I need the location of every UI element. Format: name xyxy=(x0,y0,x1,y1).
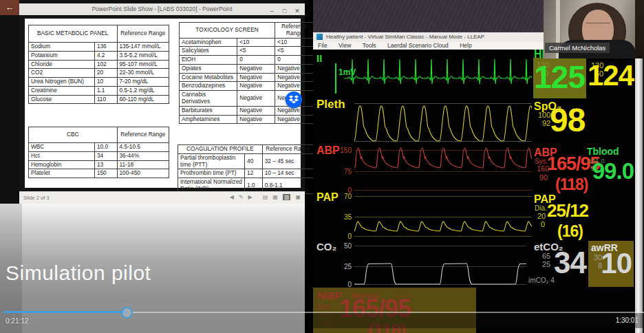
table-row: Chloride10295-107 mmol/L xyxy=(29,60,169,69)
back-button[interactable]: ← xyxy=(0,0,19,15)
table-cell: Negative xyxy=(275,82,314,91)
ecg-lead-label: II xyxy=(316,52,322,64)
table-cell: 10 – 14 sec xyxy=(262,169,314,178)
next-slide-icon[interactable]: ▶ xyxy=(248,194,253,200)
menu-file[interactable]: File xyxy=(313,42,332,50)
reading-view-icon[interactable]: ▥ xyxy=(283,194,291,200)
progress-bar-elapsed[interactable] xyxy=(3,311,127,313)
table-row: WBC10.04.5-10.5 xyxy=(29,143,169,152)
awrr-block[interactable]: awRR 30 8 10 xyxy=(588,241,634,287)
slideshow-view-icon[interactable]: ▣ xyxy=(295,194,301,200)
table-cell: 4.5-10.5 xyxy=(117,143,169,152)
table-cell: Partial thromboplastin time (PTT) xyxy=(178,153,245,169)
pap-scale-35: 35 xyxy=(334,213,352,221)
back-arrow-icon: ← xyxy=(6,2,14,12)
powerpoint-statusbar: Slide 2 of 3 ◀ ✎ ▶ ▤ ▦ ▥ ▣ xyxy=(19,191,305,204)
etco2-value: 34 xyxy=(554,246,586,279)
table-cell: Hemoglobin xyxy=(29,160,95,169)
table-cell: 150 xyxy=(94,169,117,178)
video-overlay: Simulation pilot 0:21:12 xyxy=(0,204,305,333)
abp-block[interactable]: ABP Sys. 160 90 165/95 (118) xyxy=(533,147,586,193)
pap-block[interactable]: PAP Dia. 20 0 25/12 (16) xyxy=(533,193,586,240)
table-cell: 135-147 mmol/L xyxy=(117,43,169,52)
grid-view-icon[interactable]: ▦ xyxy=(272,194,278,200)
table-cell: CO2 xyxy=(29,69,95,78)
powerpoint-window: PowerPoint Slide Show - [LABS 033020] - … xyxy=(19,3,305,204)
monitor-window-title: Healthy patient - Virtual SimMan Classic… xyxy=(326,34,484,40)
abp-mean: (118) xyxy=(555,175,588,193)
table-cell: 12 xyxy=(245,169,263,178)
table-row: Cocaine MetabolitesNegativeNegative xyxy=(180,73,314,82)
lleap-app-icon xyxy=(316,34,323,40)
pap-gridline-70 xyxy=(354,196,532,197)
abp-low-limit: 90 xyxy=(539,174,548,182)
pleth-label: Pleth xyxy=(316,98,345,111)
normal-view-icon[interactable]: ▤ xyxy=(263,194,268,200)
abp-scale-75: 75 xyxy=(334,168,352,175)
cbc-ref-header: Reference Range xyxy=(117,127,169,143)
spo2-block[interactable]: SpO₂ 100 92 98 xyxy=(533,100,586,143)
hr-value: 125 xyxy=(534,60,585,94)
table-row: Platelet150100-450 xyxy=(29,169,169,178)
menu-help[interactable]: Help xyxy=(455,42,476,50)
tblood-label: Tblood xyxy=(587,146,619,157)
coag-title: COAGULATION PROFILE xyxy=(178,145,263,154)
table-cell: Glucose xyxy=(29,95,95,104)
table-cell: 0 xyxy=(275,56,314,65)
table-cell: 95-107 mmol/L xyxy=(117,60,169,69)
webcam-video: Carmel McNicholas xyxy=(544,0,644,58)
tblood-block[interactable]: Tblood 101.0 96.0 99.0 xyxy=(587,146,634,193)
menu-laerdal-scenario-cloud[interactable]: Laerdal Scenario Cloud xyxy=(383,42,453,50)
progress-bar-remaining[interactable] xyxy=(133,312,644,313)
etco2-high-limit: 65 xyxy=(542,253,550,260)
etco2-low-limit: 25 xyxy=(542,261,550,268)
table-cell: Chloride xyxy=(29,60,95,69)
progress-playhead[interactable] xyxy=(121,307,133,319)
ecg-waveform xyxy=(344,55,532,87)
table-row: EtOH00 xyxy=(180,56,314,65)
nibp-sublabel: Sys. xyxy=(317,303,330,310)
spo2-value: 98 xyxy=(550,102,585,139)
table-row: Partial thromboplastin time (PTT)4032 – … xyxy=(178,153,314,169)
etco2-block[interactable]: etCO₂ 65 25 34 xyxy=(533,241,586,286)
table-row: Salicylates<5<5 xyxy=(180,47,314,56)
monitor-scrollbar[interactable] xyxy=(635,32,643,333)
table-header-row: COAGULATION PROFILE Reference Range xyxy=(178,145,314,154)
webcam-person-glasses xyxy=(586,23,610,28)
table-header-row: CBC Reference Range xyxy=(29,127,169,143)
coag-table: COAGULATION PROFILE Reference Range Part… xyxy=(178,144,314,194)
cbc-title: CBC xyxy=(29,127,118,143)
table-cell: 11-18 xyxy=(117,160,169,169)
table-cell: Creatinine xyxy=(29,86,95,95)
bmp-table: BASIC METABOLIC PANEL Reference Range So… xyxy=(28,25,169,104)
table-row: Sodium136135-147 mmol/L xyxy=(29,43,169,52)
slide-counter: Slide 2 of 3 xyxy=(23,195,50,201)
menu-tools[interactable]: Tools xyxy=(358,42,381,50)
powerpoint-window-title: PowerPoint Slide Show - [LABS 033020] - … xyxy=(19,3,305,15)
table-row: Potassium4.23.5-5.2 mmol/L xyxy=(29,51,169,60)
table-cell: Acetaminophen xyxy=(180,38,237,47)
menu-view[interactable]: View xyxy=(334,42,356,50)
table-cell: 13 xyxy=(94,160,117,169)
table-cell: 0.5-1.2 mg/dL xyxy=(117,86,169,95)
table-row: AmphetaminesNegativeNegative xyxy=(180,115,314,124)
table-cell: 136 xyxy=(94,43,117,52)
table-cell: Benzodiazepines xyxy=(180,82,237,91)
co2-gridline-50 xyxy=(354,246,526,246)
hr-block[interactable]: 130 50 125 xyxy=(533,58,586,98)
slide: BASIC METABOLIC PANEL Reference Range So… xyxy=(25,19,301,188)
table-cell: 32 – 45 sec xyxy=(262,153,314,169)
table-cell: Salicylates xyxy=(180,47,237,56)
table-row: Hemoglobin1311-18 xyxy=(29,160,169,169)
table-row: Acetaminophen<10<10 xyxy=(180,38,314,47)
table-cell: Negative xyxy=(237,73,275,82)
table-cell: Negative xyxy=(275,73,314,82)
previous-slide-icon[interactable]: ◀ xyxy=(230,194,234,200)
pulse-block[interactable]: 130 50 124 xyxy=(588,58,634,98)
nibp-label: NIBP xyxy=(317,290,342,301)
table-cell: 36-44% xyxy=(117,151,169,160)
table-cell: 110 xyxy=(94,95,117,104)
dropbox-icon[interactable] xyxy=(286,92,302,108)
pulse-value: 124 xyxy=(588,59,634,92)
annotate-pen-icon[interactable]: ✎ xyxy=(239,194,244,200)
